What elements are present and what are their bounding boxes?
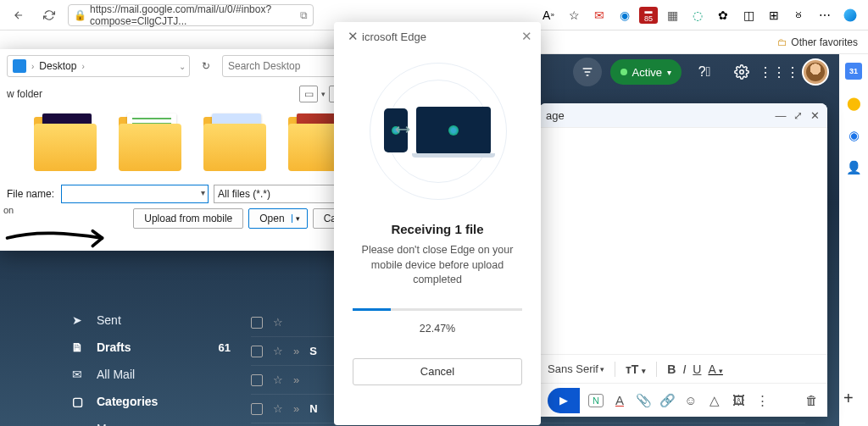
sidebar-item-sent[interactable]: ➤Sent: [61, 307, 239, 334]
sidebar-item-categories[interactable]: ▢Categories: [61, 388, 239, 415]
back-button[interactable]: [7, 3, 31, 27]
compose-header[interactable]: age — ⤢ ✕: [539, 103, 827, 127]
chevron-down-icon[interactable]: ▾: [321, 90, 326, 98]
status-label: Active: [632, 66, 662, 79]
open-split-icon[interactable]: ▾: [292, 214, 303, 223]
upload-from-mobile-button[interactable]: Upload from mobile: [133, 208, 243, 229]
filepicker-toolbar: w folder ▭▾ ◧ ?: [0, 83, 373, 105]
ext-icon-2[interactable]: ▬85: [639, 7, 658, 24]
ext-icon-1[interactable]: ◉: [614, 4, 636, 26]
sidebar-item-allmail[interactable]: ✉All Mail: [61, 361, 239, 388]
folder-item[interactable]: Au: [31, 112, 100, 171]
address-bar[interactable]: 🔒 https://mail.google.com/mail/u/0/#inbo…: [68, 4, 314, 26]
copilot-icon[interactable]: [839, 4, 861, 26]
breadcrumb[interactable]: › Desktop › ⌄: [7, 55, 190, 77]
other-favorites-folder[interactable]: 🗀 Other favorites: [777, 36, 858, 48]
view-toggle-1[interactable]: ▭: [299, 86, 318, 102]
compose-actions: ▶ N A 📎 🔗 ☺ △ 🖼 ⋮ 🗑: [539, 383, 827, 417]
refresh-button[interactable]: ↻: [195, 55, 217, 77]
split-icon[interactable]: ◫: [737, 4, 760, 26]
tasks-icon[interactable]: ◉: [845, 127, 862, 144]
attach-icon[interactable]: 📎: [636, 393, 651, 408]
account-avatar[interactable]: [802, 58, 829, 86]
compose-n-icon[interactable]: N: [588, 394, 604, 407]
underline-icon[interactable]: U: [693, 362, 701, 376]
send-button[interactable]: ▶: [548, 388, 580, 413]
checkbox[interactable]: [251, 374, 263, 386]
chevron-down-icon[interactable]: ⌄: [179, 62, 186, 71]
star-icon[interactable]: ☆: [273, 402, 283, 415]
collections-icon[interactable]: ⊞: [763, 4, 785, 26]
close-icon[interactable]: ✕: [521, 29, 532, 44]
extensions-icon[interactable]: ✿: [712, 4, 734, 26]
filepicker-nav: › Desktop › ⌄ ↻ 🔍: [0, 49, 373, 83]
star-icon[interactable]: ☆: [273, 373, 283, 386]
side-panel: 31 ⬤ ◉ 👤 +: [839, 54, 868, 426]
chevron-down-icon[interactable]: ▾: [201, 188, 205, 197]
text-color-icon[interactable]: A ▾: [708, 362, 722, 376]
addons-plus-icon[interactable]: +: [843, 389, 864, 409]
close-icon[interactable]: ✕: [809, 109, 821, 122]
sidebar-item-more[interactable]: ⌄More: [61, 415, 239, 426]
folder-item[interactable]: [115, 112, 185, 171]
italic-icon[interactable]: I: [682, 362, 686, 376]
more-icon[interactable]: ⋯: [814, 4, 836, 26]
sidebar-item-drafts[interactable]: 🗎Drafts61: [61, 334, 239, 361]
svg-point-0: [844, 8, 857, 21]
favorite-icon[interactable]: ☆: [563, 4, 585, 26]
compose-window: age — ⤢ ✕ Sans Serif ▾ тT ▾ B I U A ▾ ▶ …: [539, 103, 827, 417]
folder-grid: Au: [19, 105, 373, 180]
contacts-icon[interactable]: 👤: [845, 159, 862, 176]
settings-button[interactable]: [727, 58, 756, 86]
open-external-icon: ⧉: [300, 9, 308, 21]
refresh-button[interactable]: [37, 3, 61, 27]
compose-body[interactable]: [539, 127, 827, 354]
file-icon: 🗎: [70, 340, 85, 354]
folder-icon: 🗀: [777, 36, 787, 48]
status-active-pill[interactable]: Active ▾: [610, 59, 682, 85]
drive-icon[interactable]: △: [707, 393, 722, 408]
chevron-down-icon: ▾: [667, 68, 671, 77]
ext-icon-3[interactable]: ▦: [661, 4, 683, 26]
chevron-right-icon: ›: [81, 62, 84, 71]
filename-input[interactable]: ▾: [61, 185, 209, 203]
apps-button[interactable]: ⋮⋮⋮: [765, 58, 793, 86]
calendar-icon[interactable]: 31: [845, 63, 862, 80]
edge-cancel-button[interactable]: Cancel: [353, 358, 522, 385]
gmail-ext-icon[interactable]: ✉: [588, 4, 610, 26]
star-icon[interactable]: ☆: [273, 316, 283, 329]
font-select[interactable]: Sans Serif ▾: [548, 362, 604, 375]
status-dot-icon: [620, 69, 627, 75]
folder-item[interactable]: [200, 112, 270, 171]
bold-icon[interactable]: B: [667, 362, 676, 376]
expand-icon[interactable]: ⤢: [792, 109, 804, 122]
close-icon[interactable]: ✕: [348, 29, 359, 44]
more-icon[interactable]: ⋮: [754, 393, 770, 408]
font-size-icon[interactable]: тT ▾: [626, 362, 646, 376]
emoji-icon[interactable]: ☺: [683, 393, 698, 407]
checkbox[interactable]: [251, 403, 263, 415]
url-text: https://mail.google.com/mail/u/0/#inbox?…: [90, 3, 297, 27]
new-folder-button[interactable]: w folder: [7, 88, 42, 100]
edge-dialog-header: ✕ icrosoft Edge ✕: [334, 22, 541, 51]
checkbox[interactable]: [251, 346, 263, 357]
link-icon[interactable]: 🔗: [659, 393, 675, 408]
progress-percent: 22.47%: [420, 323, 455, 335]
minimize-icon[interactable]: —: [775, 109, 787, 122]
favorites-label: Other favorites: [791, 36, 858, 48]
keep-icon[interactable]: ⬤: [845, 95, 862, 112]
open-button[interactable]: Open▾: [248, 208, 307, 229]
text-format-icon[interactable]: A: [612, 393, 627, 407]
lock-icon: 🔒: [74, 9, 86, 21]
ext-icon-5[interactable]: ఠ: [788, 4, 810, 26]
ext-icon-4[interactable]: ◌: [687, 4, 709, 26]
category-icon: ▢: [70, 395, 85, 408]
checkbox[interactable]: [251, 317, 263, 329]
discard-icon[interactable]: 🗑: [804, 393, 819, 407]
edge-message: Please don't close Edge on your mobile d…: [334, 243, 541, 288]
filter-button[interactable]: [573, 58, 602, 86]
mail-icon: ✉: [70, 368, 85, 381]
support-button[interactable]: ?⃝: [690, 58, 719, 86]
image-icon[interactable]: 🖼: [731, 393, 746, 407]
star-icon[interactable]: ☆: [273, 345, 283, 357]
